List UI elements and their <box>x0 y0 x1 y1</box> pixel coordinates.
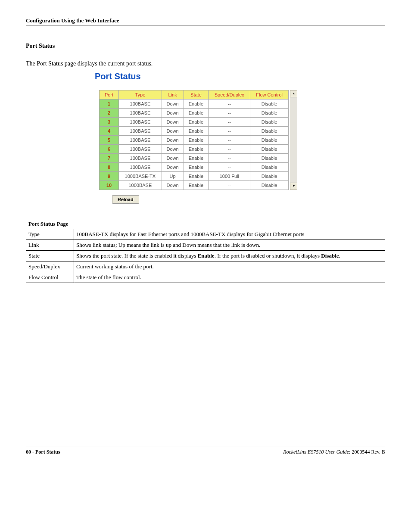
cell-link: Down <box>162 109 184 118</box>
cell-state: Enable <box>184 136 209 145</box>
cell-port: 5 <box>100 136 119 145</box>
desc-row: LinkShows link status; Up means the link… <box>26 240 385 251</box>
desc-text: Shows the port state. If the state is en… <box>74 251 385 261</box>
desc-text: Shows link status; Up means the link is … <box>74 240 385 251</box>
desc-row: Flow ControlThe state of the flow contro… <box>26 272 385 283</box>
port-status-table: Port Type Link State Speed/Duplex Flow C… <box>99 90 289 190</box>
scroll-up-icon[interactable]: ▴ <box>290 90 297 97</box>
cell-link: Down <box>162 163 184 172</box>
footer-right-italic: RocketLinx ES7510 User Guide <box>283 449 349 455</box>
cell-port: 4 <box>100 127 119 136</box>
col-state: State <box>184 90 209 100</box>
desc-row: Speed/DuplexCurrent working status of th… <box>26 261 385 272</box>
cell-speed-duplex: -- <box>209 154 250 163</box>
cell-state: Enable <box>184 172 209 181</box>
intro-text: The Port Status page displays the curren… <box>26 60 385 67</box>
cell-speed-duplex: -- <box>209 145 250 154</box>
cell-flow-control: Disable <box>250 163 289 172</box>
desc-header: Port Status Page <box>26 219 385 229</box>
cell-link: Down <box>162 118 184 127</box>
cell-speed-duplex: -- <box>209 163 250 172</box>
cell-state: Enable <box>184 118 209 127</box>
cell-link: Down <box>162 154 184 163</box>
desc-label: Speed/Duplex <box>26 261 74 272</box>
cell-port: 10 <box>100 181 119 190</box>
cell-type: 1000BASE-TX <box>119 172 162 181</box>
cell-type: 100BASE <box>119 136 162 145</box>
table-header-row: Port Type Link State Speed/Duplex Flow C… <box>100 90 289 100</box>
cell-state: Enable <box>184 181 209 190</box>
scroll-down-icon[interactable]: ▾ <box>290 183 297 190</box>
col-link: Link <box>162 90 184 100</box>
cell-type: 1000BASE <box>119 181 162 190</box>
cell-state: Enable <box>184 109 209 118</box>
widget-title: Port Status <box>95 72 385 81</box>
desc-label: Flow Control <box>26 272 74 283</box>
cell-link: Down <box>162 127 184 136</box>
cell-link: Down <box>162 181 184 190</box>
footer-left: 60 - Port Status <box>26 449 60 455</box>
cell-flow-control: Disable <box>250 145 289 154</box>
cell-flow-control: Disable <box>250 109 289 118</box>
table-row: 5100BASEDownEnable--Disable <box>100 136 289 145</box>
cell-flow-control: Disable <box>250 127 289 136</box>
cell-port: 6 <box>100 145 119 154</box>
cell-type: 100BASE <box>119 163 162 172</box>
table-row: 101000BASEDownEnable--Disable <box>100 181 289 190</box>
table-row: 4100BASEDownEnable--Disable <box>100 127 289 136</box>
cell-link: Down <box>162 136 184 145</box>
cell-port: 3 <box>100 118 119 127</box>
cell-port: 8 <box>100 163 119 172</box>
desc-label: Link <box>26 240 74 251</box>
cell-flow-control: Disable <box>250 172 289 181</box>
desc-row: Type100BASE-TX displays for Fast Etherne… <box>26 229 385 240</box>
table-row: 91000BASE-TXUpEnable1000 FullDisable <box>100 172 289 181</box>
cell-speed-duplex: -- <box>209 100 250 109</box>
cell-state: Enable <box>184 154 209 163</box>
cell-link: Up <box>162 172 184 181</box>
desc-label: Type <box>26 229 74 240</box>
scrollbar[interactable]: ▴ ▾ <box>290 90 297 190</box>
cell-link: Down <box>162 145 184 154</box>
col-port: Port <box>100 90 119 100</box>
footer-right-normal: : 2000544 Rev. B <box>349 449 385 455</box>
cell-state: Enable <box>184 145 209 154</box>
table-row: 2100BASEDownEnable--Disable <box>100 109 289 118</box>
desc-text: Current working status of the port. <box>74 261 385 272</box>
reload-button[interactable]: Reload <box>112 195 139 204</box>
desc-text: 100BASE-TX displays for Fast Ethernet po… <box>74 229 385 240</box>
cell-type: 100BASE <box>119 145 162 154</box>
cell-type: 100BASE <box>119 118 162 127</box>
desc-text: The state of the flow control. <box>74 272 385 283</box>
cell-flow-control: Disable <box>250 181 289 190</box>
cell-type: 100BASE <box>119 109 162 118</box>
col-flow-control: Flow Control <box>250 90 289 100</box>
col-speed-duplex: Speed/Duplex <box>209 90 250 100</box>
cell-speed-duplex: -- <box>209 127 250 136</box>
cell-speed-duplex: -- <box>209 181 250 190</box>
cell-flow-control: Disable <box>250 154 289 163</box>
cell-flow-control: Disable <box>250 100 289 109</box>
cell-flow-control: Disable <box>250 136 289 145</box>
table-row: 7100BASEDownEnable--Disable <box>100 154 289 163</box>
cell-port: 1 <box>100 100 119 109</box>
section-title: Port Status <box>26 43 385 50</box>
page-footer: 60 - Port Status RocketLinx ES7510 User … <box>26 447 385 455</box>
cell-type: 100BASE <box>119 100 162 109</box>
table-row: 6100BASEDownEnable--Disable <box>100 145 289 154</box>
cell-port: 2 <box>100 109 119 118</box>
cell-speed-duplex: 1000 Full <box>209 172 250 181</box>
cell-speed-duplex: -- <box>209 109 250 118</box>
cell-port: 7 <box>100 154 119 163</box>
table-row: 8100BASEDownEnable--Disable <box>100 163 289 172</box>
cell-state: Enable <box>184 100 209 109</box>
table-row: 1100BASEDownEnable--Disable <box>100 100 289 109</box>
desc-label: State <box>26 251 74 261</box>
col-type: Type <box>119 90 162 100</box>
cell-type: 100BASE <box>119 127 162 136</box>
description-table: Port Status Page Type100BASE-TX displays… <box>26 219 385 283</box>
footer-right: RocketLinx ES7510 User Guide: 2000544 Re… <box>283 449 385 455</box>
cell-speed-duplex: -- <box>209 118 250 127</box>
table-row: 3100BASEDownEnable--Disable <box>100 118 289 127</box>
cell-flow-control: Disable <box>250 118 289 127</box>
